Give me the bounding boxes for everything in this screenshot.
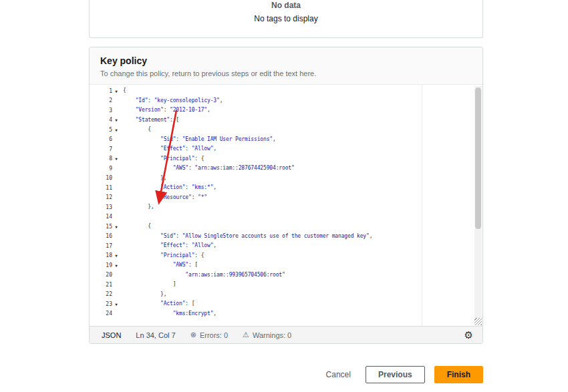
line-number: 12 — [106, 194, 112, 200]
code-line[interactable]: "arn:aws:iam::993965704506:root" — [120, 270, 473, 280]
print-margin-line — [422, 85, 422, 326]
fold-arrow-icon[interactable]: ▼ — [112, 128, 120, 132]
code-lines[interactable]: { "Id": "key-consolepolicy-3", "Version"… — [120, 86, 473, 319]
gutter-line: 20 — [90, 270, 120, 280]
gutter-line: 19▼ — [90, 260, 120, 270]
fold-arrow-icon[interactable]: ▼ — [112, 302, 120, 307]
gutter-line: 5▼ — [90, 125, 120, 135]
fold-arrow-icon[interactable]: ▼ — [112, 224, 120, 229]
line-number: 3 — [109, 108, 112, 114]
fold-arrow-icon[interactable]: ▼ — [112, 156, 120, 161]
fold-arrow-icon[interactable]: ▼ — [112, 118, 120, 122]
scrollbar-thumb[interactable] — [475, 87, 481, 229]
fold-arrow-icon[interactable]: ▼ — [112, 89, 120, 93]
code-line[interactable]: "Effect": "Allow", — [120, 241, 473, 251]
line-number: 24 — [106, 311, 112, 317]
line-number: 2 — [109, 97, 112, 104]
gutter-line: 9 — [90, 164, 120, 174]
gutter-line: 23▼ — [90, 299, 120, 309]
code-line[interactable]: "AWS": [ — [120, 260, 473, 270]
error-circle-icon: ⊗ — [190, 331, 196, 339]
editor-statusbar: JSON Ln 34, Col 7 ⊗ Errors: 0 ⚠ Warnings… — [90, 326, 482, 343]
key-policy-panel: Key policy To change this policy, return… — [89, 47, 483, 344]
policy-code-editor[interactable]: 1▼234▼5▼678▼9101112131415▼161718▼19▼2021… — [90, 85, 482, 326]
code-line[interactable]: "Action": "kms:*", — [120, 183, 473, 193]
fold-arrow-icon[interactable]: ▼ — [112, 253, 120, 258]
warnings-status: ⚠ Warnings: 0 — [243, 331, 291, 339]
gutter-line: 8▼ — [90, 154, 120, 164]
code-line[interactable]: "Principal": { — [120, 154, 473, 164]
line-number: 23 — [106, 301, 112, 307]
gutter-line: 14 — [90, 212, 120, 222]
code-line[interactable]: "Action": [ — [120, 299, 473, 309]
line-number: 7 — [109, 146, 112, 152]
line-number: 6 — [109, 136, 112, 142]
code-line[interactable] — [120, 212, 473, 222]
page: No data No tags to display Key policy To… — [0, 0, 568, 392]
finish-button[interactable]: Finish — [434, 366, 483, 383]
resize-handle-icon[interactable] — [474, 318, 482, 325]
code-line[interactable]: { — [120, 222, 473, 232]
code-line[interactable]: }, — [120, 174, 473, 184]
panel-subtitle: To change this policy, return to previou… — [100, 69, 472, 77]
gutter-line: 3 — [90, 106, 120, 116]
code-line[interactable]: }, — [120, 290, 473, 300]
gutter: 1▼234▼5▼678▼9101112131415▼161718▼19▼2021… — [90, 86, 120, 319]
gutter-line: 12 — [90, 193, 120, 203]
line-number: 11 — [106, 185, 112, 191]
code-line[interactable]: "kms:Encrypt", — [120, 309, 473, 319]
code-line[interactable]: { — [120, 86, 473, 96]
line-number: 14 — [106, 214, 112, 220]
errors-status: ⊗ Errors: 0 — [190, 331, 228, 339]
line-number: 16 — [106, 233, 112, 239]
warning-triangle-icon: ⚠ — [243, 331, 249, 339]
code-line[interactable]: }, — [120, 202, 473, 212]
gutter-line: 22 — [90, 290, 120, 300]
line-number: 17 — [106, 243, 112, 249]
code-line[interactable]: "Sid": "Enable IAM User Permissions", — [120, 135, 473, 145]
code-line[interactable]: ] — [120, 280, 473, 290]
gutter-line: 7 — [90, 144, 120, 154]
cursor-position: Ln 34, Col 7 — [136, 331, 175, 339]
warnings-label: Warnings: 0 — [253, 331, 291, 339]
line-number: 9 — [109, 166, 112, 172]
tags-empty-panel: No data No tags to display — [89, 0, 483, 38]
fold-arrow-icon[interactable]: ▼ — [112, 263, 120, 268]
code-line[interactable]: "Effect": "Allow", — [120, 144, 473, 154]
code-line[interactable]: "Statement": [ — [120, 116, 473, 126]
code-line[interactable]: "Id": "key-consolepolicy-3", — [120, 96, 473, 106]
editor-scrollbar[interactable] — [474, 86, 482, 318]
line-number: 19 — [106, 262, 112, 268]
gutter-line: 18▼ — [90, 251, 120, 261]
cancel-button[interactable]: Cancel — [321, 366, 356, 383]
code-line[interactable]: "Resource": "*" — [120, 193, 473, 203]
line-number: 15 — [106, 224, 112, 230]
line-number: 22 — [106, 291, 112, 297]
previous-button[interactable]: Previous — [366, 366, 425, 383]
gutter-line: 10 — [90, 174, 120, 184]
code-line[interactable]: "Sid": "Allow SingleStore accounts use o… — [120, 232, 473, 242]
gutter-line: 11 — [90, 183, 120, 193]
code-line[interactable]: "Principal": { — [120, 251, 473, 261]
code-line[interactable]: "Version": "2012-10-17", — [120, 106, 473, 116]
gutter-line: 24 — [90, 309, 120, 319]
gutter-line: 2 — [90, 96, 120, 106]
no-data-title: No data — [90, 1, 482, 10]
wizard-footer: Cancel Previous Finish — [89, 366, 483, 383]
errors-label: Errors: 0 — [200, 331, 228, 339]
code-line[interactable]: { — [120, 125, 473, 135]
settings-gear-icon[interactable]: ⚙ — [464, 330, 473, 340]
gutter-line: 21 — [90, 280, 120, 290]
gutter-line: 4▼ — [90, 116, 120, 126]
gutter-line: 13 — [90, 202, 120, 212]
code-line[interactable]: "AWS": "arn:aws:iam::287674425904:root" — [120, 164, 473, 174]
gutter-line: 1▼ — [90, 86, 120, 96]
line-number: 21 — [106, 282, 112, 288]
line-number: 13 — [106, 204, 112, 210]
key-policy-header: Key policy To change this policy, return… — [90, 47, 482, 85]
gutter-line: 17 — [90, 241, 120, 251]
gutter-line: 15▼ — [90, 222, 120, 232]
line-number: 10 — [106, 175, 112, 181]
line-number: 20 — [106, 272, 112, 278]
panel-title: Key policy — [100, 55, 472, 66]
